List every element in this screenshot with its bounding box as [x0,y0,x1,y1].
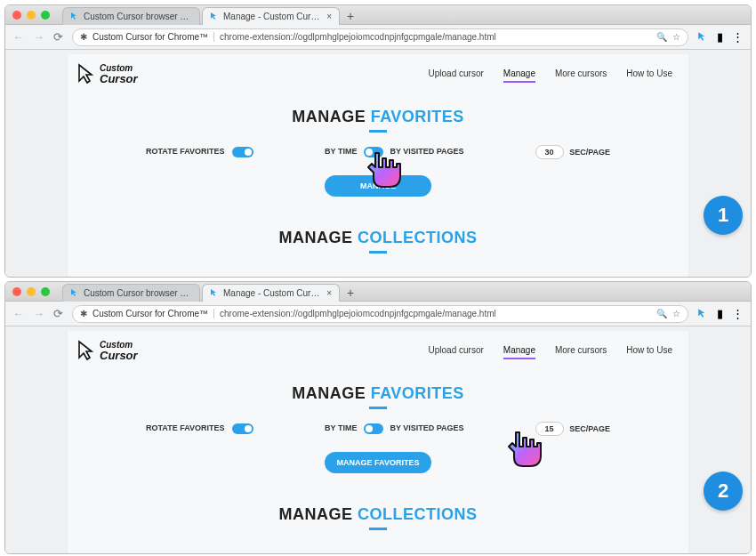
forward-button[interactable]: → [33,30,44,44]
menu-icon[interactable]: ⋮ [732,307,744,320]
zoom-icon[interactable]: 🔍 [656,32,667,42]
step-badge-1: 1 [704,196,743,235]
nav-upload[interactable]: Upload cursor [429,345,484,359]
favorites-controls-row: ROTATE FAVORITES BY TIME BY VISITED PAGE… [68,145,688,159]
cursor-icon [70,288,79,297]
close-tab-icon[interactable]: × [326,288,332,298]
rotate-favorites-toggle[interactable] [232,147,253,157]
nav-manage[interactable]: Manage [503,68,535,83]
omnibox-actions: 🔍 ☆ [656,32,680,42]
tab-strip: Custom Cursor browser extensi Manage - C… [62,5,359,25]
bookmark-star-icon[interactable]: ☆ [672,32,680,42]
browser-window-step-1: Custom Cursor browser extensi Manage - C… [4,4,752,278]
manage-favorites-button[interactable]: MANAGE FAVORITES [325,452,431,473]
site-name: Custom Cursor for Chrome™ [92,32,214,42]
tab-title: Manage - Custom Cursor for Ch [223,12,321,21]
titlebar: Custom Cursor browser extensi Manage - C… [5,5,751,25]
tab-title: Custom Cursor browser extensi [84,288,192,298]
rotation-mode-control: BY TIME BY VISITED PAGES [325,147,464,157]
cursor-icon [210,12,219,20]
back-button[interactable]: ← [12,30,24,44]
by-visited-label: BY VISITED PAGES [390,423,463,432]
close-window-button[interactable] [12,11,21,20]
logo-cursor-icon [76,63,96,85]
omnibox[interactable]: ✱ Custom Cursor for Chrome™ chrome-exten… [72,28,688,46]
reload-button[interactable]: ⟳ [53,307,63,320]
sec-label: SEC/PAGE [569,424,610,433]
maximize-window-button[interactable] [41,11,50,20]
forward-button[interactable]: → [33,307,44,320]
title-underline [369,528,387,530]
main-nav: Upload cursor Manage More cursors How to… [429,345,672,359]
logo[interactable]: CustomCursor [76,63,138,85]
tab-extension-store[interactable]: Custom Cursor browser extensi [62,7,200,25]
bookmark-star-icon[interactable]: ☆ [672,309,680,318]
tab-title: Custom Cursor browser extensi [84,12,192,21]
close-tab-icon[interactable]: × [326,12,332,21]
extension-icon-2[interactable]: ▮ [717,307,723,320]
extension-icons: ▮ ⋮ [697,29,744,45]
tab-manage-active[interactable]: Manage - Custom Cursor for Ch × [202,7,340,25]
rotate-favorites-label: ROTATE FAVORITES [146,147,225,156]
rotate-favorites-label: ROTATE FAVORITES [146,423,225,432]
manage-collections-section: MANAGE COLLECTIONS [68,505,688,530]
rotate-favorites-control: ROTATE FAVORITES [146,423,253,434]
address-bar: ← → ⟳ ✱ Custom Cursor for Chrome™ chrome… [5,25,751,50]
menu-icon[interactable]: ⋮ [732,30,744,44]
cursor-icon [210,288,219,297]
logo[interactable]: CustomCursor [76,340,138,361]
rotation-mode-toggle[interactable] [364,147,383,157]
nav-more-cursors[interactable]: More cursors [555,68,607,83]
rotate-favorites-control: ROTATE FAVORITES [146,147,253,157]
minimize-window-button[interactable] [27,287,36,296]
minimize-window-button[interactable] [27,11,36,20]
title-underline [369,130,387,133]
logo-text: CustomCursor [100,341,138,361]
nav-manage[interactable]: Manage [503,345,535,359]
manage-favorites-button[interactable]: MANAGE [325,175,431,197]
extension-icon-2[interactable]: ▮ [717,30,723,44]
main-nav: Upload cursor Manage More cursors How to… [429,68,672,83]
omnibox-actions: 🔍 ☆ [656,309,680,318]
section-title: MANAGE FAVORITES [68,108,688,126]
nav-how-to-use[interactable]: How to Use [626,68,672,83]
sec-input[interactable]: 30 [535,145,564,159]
tab-extension-store[interactable]: Custom Cursor browser extensi [62,284,200,302]
new-tab-button[interactable]: + [342,9,359,25]
omnibox[interactable]: ✱ Custom Cursor for Chrome™ chrome-exten… [72,305,688,323]
url-text: chrome-extension://ogdlpmhglpejoiomcodnp… [220,309,651,318]
page-content: CustomCursor Upload cursor Manage More c… [5,326,751,554]
window-controls [12,287,50,296]
custom-cursor-ext-icon[interactable] [697,29,708,45]
nav-how-to-use[interactable]: How to Use [626,345,672,359]
zoom-icon[interactable]: 🔍 [656,309,667,318]
step-badge-2: 2 [704,471,743,511]
page-card: CustomCursor Upload cursor Manage More c… [68,331,688,554]
sec-input[interactable]: 15 [535,422,564,436]
nav-upload[interactable]: Upload cursor [429,68,484,83]
back-button[interactable]: ← [12,307,24,320]
custom-cursor-ext-icon[interactable] [697,306,708,322]
reload-button[interactable]: ⟳ [53,30,63,44]
site-name: Custom Cursor for Chrome™ [92,309,214,318]
browser-window-step-2: Custom Cursor browser extensi Manage - C… [4,281,752,554]
nav-more-cursors[interactable]: More cursors [555,345,607,359]
section-title: MANAGE COLLECTIONS [68,229,688,247]
extension-icon: ✱ [80,32,87,42]
sec-label: SEC/PAGE [569,148,610,157]
close-window-button[interactable] [12,287,21,296]
rotation-mode-control: BY TIME BY VISITED PAGES [325,423,464,434]
manage-favorites-section: MANAGE FAVORITES ROTATE FAVORITES BY TIM… [68,384,688,473]
by-time-label: BY TIME [325,147,357,156]
titlebar: Custom Cursor browser extensi Manage - C… [5,282,751,302]
logo-text: CustomCursor [100,64,138,85]
maximize-window-button[interactable] [41,287,50,296]
favorites-controls-row: ROTATE FAVORITES BY TIME BY VISITED PAGE… [68,422,688,436]
sec-per-page-control: 15 SEC/PAGE [535,422,610,436]
by-visited-label: BY VISITED PAGES [390,147,463,156]
title-underline [369,251,387,254]
tab-manage-active[interactable]: Manage - Custom Cursor for Ch × [202,284,340,302]
rotate-favorites-toggle[interactable] [232,423,253,434]
new-tab-button[interactable]: + [342,286,359,302]
rotation-mode-toggle[interactable] [364,423,383,434]
